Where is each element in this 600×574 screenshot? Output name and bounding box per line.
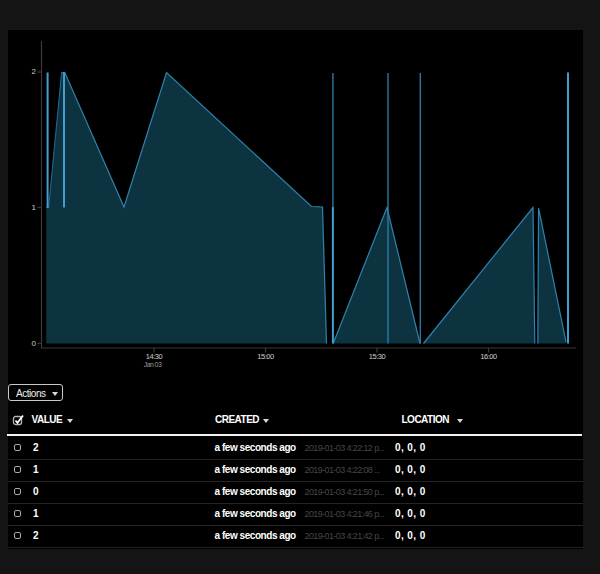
svg-text:0: 0 — [32, 339, 37, 348]
svg-text:Jan 03: Jan 03 — [144, 361, 162, 368]
svg-text:2: 2 — [32, 67, 37, 76]
svg-text:15:00: 15:00 — [257, 352, 274, 361]
svg-text:15:30: 15:30 — [369, 352, 386, 361]
svg-text:16:00: 16:00 — [480, 352, 497, 361]
svg-text:14:30: 14:30 — [146, 352, 163, 361]
svg-text:1: 1 — [32, 203, 37, 212]
